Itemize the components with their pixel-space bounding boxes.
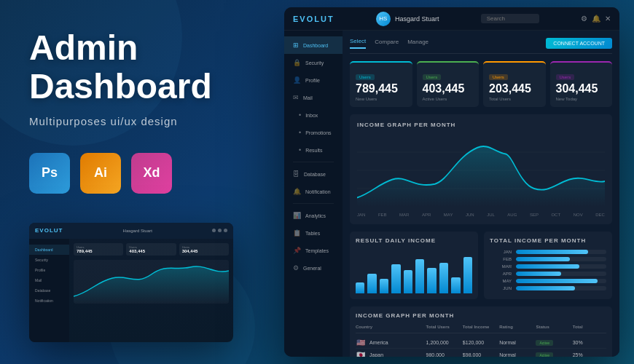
- h-bar-fill-6: [516, 286, 575, 290]
- sidebar-label-mail: Mail: [303, 95, 313, 100]
- h-bar-label-1: JAN: [490, 250, 512, 254]
- mini-logo: EVOLUT: [35, 227, 63, 234]
- mini-body: Dashboard Security Profile Mail Database…: [29, 239, 233, 342]
- h-bar-fill-5: [516, 279, 598, 283]
- sidebar-item-profile[interactable]: 👤 Profile: [284, 71, 343, 89]
- sidebar-item-analytics[interactable]: 📊 Analytics: [284, 207, 343, 224]
- status-badge-1: Active: [536, 340, 553, 346]
- h-bar-row-2: FEB: [490, 257, 606, 261]
- general-icon: ⚙: [293, 264, 299, 272]
- profile-icon: 👤: [293, 76, 301, 84]
- search-input[interactable]: [481, 14, 539, 23]
- sidebar-item-database[interactable]: 🗄 Database: [284, 165, 343, 183]
- mail-icon: ✉: [293, 94, 299, 101]
- avatar: HS: [376, 12, 391, 26]
- bar-1: [356, 282, 364, 293]
- h-bar-row-6: JUN: [490, 286, 606, 290]
- bar-8: [439, 263, 448, 294]
- sidebar-item-templates[interactable]: 📌 Templates: [284, 242, 343, 259]
- sidebar-label-results: Results: [305, 148, 322, 153]
- bar-9: [451, 277, 460, 294]
- sidebar-label-general: General: [303, 266, 321, 271]
- stat-label-1: New Users: [356, 97, 407, 101]
- th-status: Status: [536, 325, 569, 329]
- h-bar-fill-4: [516, 272, 561, 276]
- mini-dashboard-preview: EVOLUT Hasgard Stuart Dashboard Security…: [29, 223, 233, 342]
- sidebar-item-results[interactable]: • Results: [284, 141, 343, 159]
- h-bar-label-5: MAY: [490, 279, 512, 283]
- sidebar-item-dashboard[interactable]: ⊞ Dashboard: [284, 36, 343, 54]
- tab-manage[interactable]: Manage: [407, 39, 428, 48]
- sidebar-item-mail[interactable]: ✉ Mail: [284, 89, 343, 106]
- sidebar-item-inbox[interactable]: • Inbox: [284, 106, 343, 124]
- sidebar-item-notification[interactable]: 🔔 Notification: [284, 183, 343, 200]
- x-label-apr: APR: [422, 213, 431, 217]
- settings-icon[interactable]: ⚙: [581, 15, 587, 23]
- h-bar-track-5: [516, 279, 606, 283]
- stat-value-2: 403,445: [423, 83, 474, 95]
- results-icon: •: [299, 146, 301, 154]
- h-bar-track-6: [516, 286, 606, 290]
- stats-row: Users 789,445 New Users Users 403,445 Ac…: [350, 61, 612, 107]
- h-bar-fill-1: [516, 250, 588, 254]
- sidebar-divider-2: [293, 203, 334, 204]
- mini-line-svg: [74, 260, 229, 304]
- x-label-dec: DEC: [595, 213, 605, 217]
- table-section: INCOME GRAPH PER MONTH Country Total Use…: [350, 306, 612, 357]
- country-name-2: Japan: [369, 352, 383, 357]
- h-bar-row-4: APR: [490, 272, 606, 276]
- sidebar: ⊞ Dashboard 🔒 Security 👤 Profile ✉ Mail …: [284, 31, 343, 357]
- td-users-2: 980,000: [426, 352, 460, 357]
- tab-compare[interactable]: Compare: [375, 39, 399, 48]
- th-rating: Rating: [499, 325, 533, 329]
- dashboard-icon: ⊞: [293, 41, 299, 49]
- bar-5: [404, 270, 412, 294]
- dashboard-logo: EVOLUT: [293, 15, 334, 23]
- horizontal-chart-section: TOTAL INCOME PER MONTH JAN FEB: [484, 232, 612, 299]
- h-bar-row-1: JAN: [490, 250, 606, 254]
- sidebar-item-promotions[interactable]: • Promotions: [284, 124, 343, 141]
- bell-icon[interactable]: 🔔: [592, 15, 600, 23]
- dashboard-header: EVOLUT HS Hasgard Stuart ⚙ 🔔 ✕: [284, 7, 619, 31]
- sidebar-item-general[interactable]: ⚙ General: [284, 259, 343, 277]
- sidebar-item-tables[interactable]: 📋 Tables: [284, 224, 343, 242]
- stat-badge-1: Users: [356, 74, 375, 80]
- h-bar-rows: JAN FEB MAR: [490, 250, 606, 290]
- bar-10: [463, 257, 472, 293]
- sidebar-label-analytics: Analytics: [305, 213, 326, 218]
- bar-chart-section: RESULT DAILY INCOME: [350, 232, 478, 299]
- th-users: Total Users: [426, 325, 460, 329]
- close-icon[interactable]: ✕: [605, 15, 611, 23]
- main-content: Select Compare Manage CONNECT ACCOUNT Us…: [343, 31, 619, 357]
- h-bar-track-1: [516, 250, 606, 254]
- illustrator-icon[interactable]: Ai: [80, 153, 121, 194]
- photoshop-icon[interactable]: Ps: [29, 153, 70, 194]
- mini-nav-database: Database: [29, 285, 69, 296]
- stat-card-users: Users 789,445 New Users: [350, 61, 412, 107]
- sidebar-label-notification: Notification: [305, 189, 331, 194]
- mini-nav-profile: Profile: [29, 265, 69, 275]
- h-chart-title: TOTAL INCOME PER MONTH: [490, 237, 606, 244]
- mini-nav-mail: Mail: [29, 275, 69, 285]
- sidebar-item-security[interactable]: 🔒 Security: [284, 54, 343, 71]
- connect-account-button[interactable]: CONNECT ACCOUNT: [546, 38, 612, 49]
- tab-select[interactable]: Select: [350, 38, 366, 49]
- th-country: Country: [356, 325, 423, 329]
- th-total: Total: [573, 325, 606, 329]
- header-icons: ⚙ 🔔 ✕: [581, 15, 611, 23]
- app-icons-row: Ps Ai Xd: [29, 153, 262, 194]
- line-chart-section: INCOME GRAPH PER MONTH: [350, 114, 612, 224]
- stat-badge-4: Users: [556, 74, 575, 80]
- x-label-mar: MAR: [399, 213, 409, 217]
- mini-nav-security: Security: [29, 255, 69, 265]
- stat-label-2: Active Users: [423, 97, 474, 101]
- td-total-2: 25%: [573, 352, 606, 357]
- td-income-1: $120,000: [463, 340, 496, 345]
- x-label-oct: OCT: [551, 213, 560, 217]
- sidebar-label-dashboard: Dashboard: [303, 43, 328, 48]
- table-row: 🇺🇸 America 1,200,000 $120,000 Normal Act…: [356, 336, 606, 349]
- mail-submenu: • Inbox • Promotions • Results: [284, 106, 343, 159]
- security-icon: 🔒: [293, 59, 301, 66]
- xd-icon[interactable]: Xd: [131, 153, 172, 194]
- mini-dot-1: [212, 229, 216, 232]
